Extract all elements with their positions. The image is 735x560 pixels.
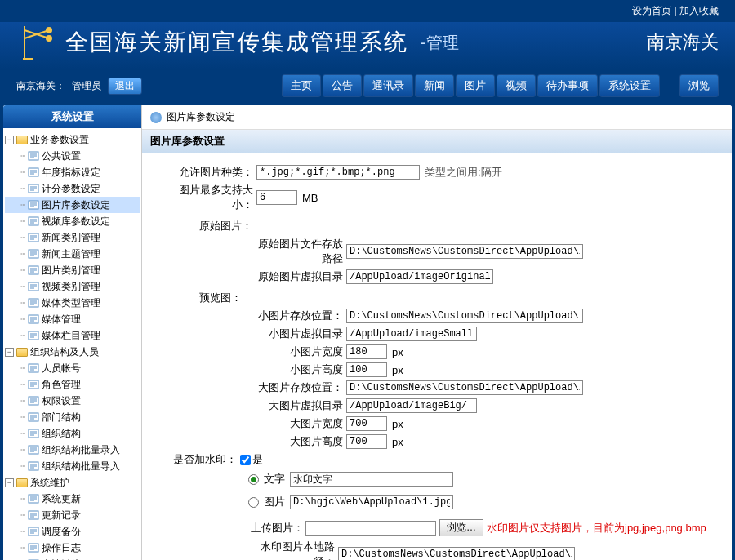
- link-sethome[interactable]: 设为首页: [632, 5, 671, 16]
- label-bigvirt: 大图片虚拟目录: [248, 398, 346, 413]
- tree-item-视频类别管理[interactable]: ┈视频类别管理: [5, 278, 140, 295]
- tree-item-媒体栏目管理[interactable]: ┈媒体栏目管理: [5, 327, 140, 344]
- sidebar-title: 系统设置: [3, 105, 141, 128]
- folder-icon: [16, 478, 28, 487]
- tree-item-图片类别管理[interactable]: ┈图片类别管理: [5, 262, 140, 278]
- tree-item-媒体类型管理[interactable]: ┈媒体类型管理: [5, 295, 140, 311]
- label-wm-yes: 是: [252, 452, 263, 467]
- radio-wm-img[interactable]: [248, 497, 259, 508]
- svg-point-0: [47, 28, 51, 33]
- doc-icon: [28, 527, 39, 536]
- input-smallpath[interactable]: [346, 309, 583, 323]
- tree-item-调度备份[interactable]: ┈调度备份: [5, 523, 140, 540]
- label-bigw: 大图片宽度: [248, 416, 346, 431]
- tree-item-新闻主题管理[interactable]: ┈新闻主题管理: [5, 246, 140, 262]
- doc-icon: [28, 429, 39, 438]
- tree-item-更新记录[interactable]: ┈更新记录: [5, 507, 140, 523]
- nav-公告[interactable]: 公告: [323, 74, 362, 97]
- logout-button[interactable]: 退出: [108, 78, 142, 95]
- unit-px4: px: [392, 436, 403, 448]
- tree-item-组织结构批量录入[interactable]: ┈组织结构批量录入: [5, 442, 140, 458]
- input-upload[interactable]: [305, 521, 436, 536]
- tree-folder-组织结构及人员[interactable]: −组织结构及人员: [5, 344, 140, 360]
- tree-item-权限设置[interactable]: ┈权限设置: [5, 393, 140, 409]
- doc-icon: [28, 396, 39, 406]
- main-panel: 图片库参数设定 图片库参数设置 允许图片种类： 类型之间用;隔开 图片最多支持大…: [142, 105, 732, 560]
- app-subtitle: -管理: [421, 32, 459, 54]
- tree-folder-业务参数设置[interactable]: −业务参数设置: [5, 131, 140, 148]
- input-bigh[interactable]: [346, 434, 387, 449]
- folder-icon: [16, 136, 28, 144]
- nav-图片[interactable]: 图片: [456, 74, 495, 97]
- doc-icon: [28, 167, 39, 177]
- tree-item-视频库参数设定[interactable]: ┈视频库参数设定: [5, 213, 140, 229]
- app-title: 全国海关新闻宣传集成管理系统: [65, 27, 408, 58]
- input-bigw[interactable]: [346, 416, 387, 431]
- input-wm-img[interactable]: [290, 495, 453, 509]
- input-allowtypes[interactable]: [256, 165, 420, 180]
- tree-item-部门结构[interactable]: ┈部门结构: [5, 409, 140, 425]
- minus-icon[interactable]: −: [5, 478, 14, 487]
- doc-icon: [28, 331, 39, 340]
- nav-视频[interactable]: 视频: [497, 74, 536, 97]
- hint-upload: 水印图片仅支持图片，目前为jpg,jpeg,png,bmp: [487, 521, 706, 536]
- tree-item-操作日志[interactable]: ┈操作日志: [5, 540, 140, 556]
- input-smallvirt[interactable]: [346, 327, 477, 341]
- doc-icon: [28, 461, 39, 471]
- tree-item-年度指标设定[interactable]: ┈年度指标设定: [5, 164, 140, 180]
- unit-px3: px: [392, 418, 403, 430]
- input-origpath[interactable]: [346, 244, 583, 259]
- label-upload: 上传图片：: [248, 521, 305, 536]
- breadcrumb: 图片库参数设定: [142, 105, 732, 130]
- input-smallh[interactable]: [346, 362, 387, 377]
- tree-item-新闻类别管理[interactable]: ┈新闻类别管理: [5, 229, 140, 246]
- userbar: 南京海关： 管理员 退出 主页公告通讯录新闻图片视频待办事项系统设置浏览: [0, 69, 735, 102]
- input-origvirt[interactable]: [346, 269, 493, 284]
- tree-item-公共设置[interactable]: ┈公共设置: [5, 148, 140, 164]
- link-addfav[interactable]: 加入收藏: [679, 5, 719, 16]
- doc-icon: [28, 314, 39, 324]
- tree-folder-系统维护[interactable]: −系统维护: [5, 474, 140, 491]
- label-bigh: 大图片高度: [248, 434, 346, 449]
- nav-主页[interactable]: 主页: [282, 74, 321, 97]
- doc-icon: [28, 233, 39, 242]
- folder-icon: [16, 348, 28, 357]
- minus-icon[interactable]: −: [5, 136, 14, 144]
- label-wm-img: 图片: [264, 495, 285, 509]
- globe-icon: [150, 112, 162, 123]
- doc-icon: [28, 200, 39, 210]
- tree-item-媒体管理[interactable]: ┈媒体管理: [5, 311, 140, 327]
- input-wmlocal[interactable]: [338, 547, 575, 560]
- input-bigvirt[interactable]: [346, 398, 477, 413]
- checkbox-watermark[interactable]: [240, 455, 251, 465]
- nav-待办事项[interactable]: 待办事项: [537, 74, 598, 97]
- label-watermark: 是否加水印：: [158, 452, 240, 467]
- nav-浏览[interactable]: 浏览: [679, 74, 719, 97]
- label-bigpath: 大图片存放位置：: [248, 380, 346, 395]
- user-org: 南京海关：: [16, 79, 65, 93]
- doc-icon: [28, 363, 39, 373]
- tree-item-系统更新[interactable]: ┈系统更新: [5, 491, 140, 507]
- tree-item-角色管理[interactable]: ┈角色管理: [5, 376, 140, 393]
- nav-通讯录[interactable]: 通讯录: [363, 74, 413, 97]
- nav-系统设置[interactable]: 系统设置: [599, 74, 660, 97]
- top-links: 设为首页 | 加入收藏: [0, 0, 735, 22]
- input-maxsize[interactable]: [256, 190, 297, 205]
- tree-item-图片库参数设定[interactable]: ┈图片库参数设定: [5, 197, 140, 213]
- minus-icon[interactable]: −: [5, 348, 14, 357]
- radio-wm-text[interactable]: [248, 474, 259, 485]
- tree-item-计分参数设定[interactable]: ┈计分参数设定: [5, 180, 140, 197]
- tree-item-组织结构[interactable]: ┈组织结构: [5, 425, 140, 442]
- input-smallw[interactable]: [346, 344, 387, 359]
- nav-新闻[interactable]: 新闻: [415, 74, 454, 97]
- label-smallvirt: 小图片虚拟目录: [248, 327, 346, 341]
- tree-item-组织结构批量导入[interactable]: ┈组织结构批量导入: [5, 458, 140, 474]
- user-role: 管理员: [72, 79, 101, 93]
- doc-icon: [28, 184, 39, 193]
- input-wm-text[interactable]: [290, 472, 453, 487]
- label-smallh: 小图片高度: [248, 362, 346, 377]
- tree-item-人员帐号[interactable]: ┈人员帐号: [5, 360, 140, 376]
- tree-item-友情链接[interactable]: ┈友情链接: [5, 556, 140, 560]
- input-bigpath[interactable]: [346, 380, 583, 395]
- browse-button[interactable]: 浏览…: [439, 519, 483, 536]
